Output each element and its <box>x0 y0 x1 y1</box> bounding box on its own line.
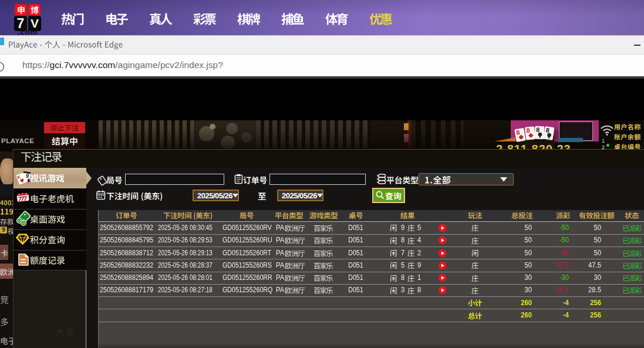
svg-text:8: 8 <box>526 127 530 134</box>
svg-text:8: 8 <box>536 126 540 133</box>
